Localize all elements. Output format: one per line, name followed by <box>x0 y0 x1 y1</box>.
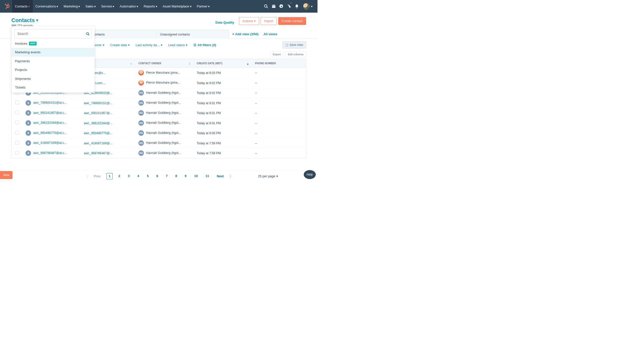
chevron-down-icon <box>208 5 210 8</box>
page-8[interactable]: 8 <box>173 173 179 180</box>
row-checkbox[interactable] <box>15 151 19 155</box>
row-checkbox[interactable] <box>15 101 19 104</box>
filter-last-activity-da-[interactable]: Last activity da... <box>136 43 162 47</box>
all-filters-button[interactable]: ☰All filters (0) <box>194 43 216 47</box>
owner-name: Hannah Goldberg (hgol... <box>146 111 181 114</box>
prev-button[interactable]: Prev <box>92 173 103 179</box>
page-1[interactable]: 1 <box>106 173 113 180</box>
filter-create-date[interactable]: Create date <box>110 43 130 47</box>
page-3[interactable]: 3 <box>126 173 132 180</box>
nav-item-partner[interactable]: Partner <box>194 0 213 13</box>
new-badge: NEW <box>29 42 37 46</box>
page-10[interactable]: 10 <box>192 173 200 180</box>
page-7[interactable]: 7 <box>164 173 169 180</box>
nav-item-asset-marketplace[interactable]: Asset Marketplace <box>160 0 194 13</box>
phone-number: -- <box>252 108 306 118</box>
owner-name: Pierce Masuhara (pma... <box>146 81 180 84</box>
export-button[interactable]: Export <box>270 51 283 57</box>
owner-avatar: HG <box>138 150 144 156</box>
contact-name-link[interactable]: awc_788600151@at.c... <box>33 101 67 104</box>
next-button[interactable]: Next <box>215 173 226 179</box>
row-checkbox[interactable] <box>15 111 19 114</box>
row-checkbox[interactable] <box>15 121 19 124</box>
create-date: Today at 8:01 PM <box>194 108 252 118</box>
actions-button[interactable]: Actions <box>239 17 259 25</box>
owner-avatar: HG <box>138 90 144 96</box>
column-phone[interactable]: PHONE NUMBER <box>252 59 306 68</box>
all-views-link[interactable]: All views <box>263 32 277 36</box>
beta-badge[interactable]: Beta <box>0 171 13 179</box>
contact-email-link[interactable]: awc_788600151@... <box>84 101 112 105</box>
contact-email-link[interactable]: awc_950241957@... <box>84 111 112 114</box>
nav-item-marketing[interactable]: Marketing <box>61 0 83 13</box>
column-owner[interactable]: CONTACT OWNER▲▼ <box>136 59 194 68</box>
edit-columns-button[interactable]: Edit columns <box>285 51 306 57</box>
marketplace-icon[interactable] <box>270 0 278 13</box>
data-quality-link[interactable]: Data Quality <box>216 20 234 24</box>
next-arrow-icon[interactable]: 〉 <box>229 174 233 179</box>
save-view-button[interactable]: ▢Save view <box>283 42 306 48</box>
nav-item-sales[interactable]: Sales <box>83 0 99 13</box>
tab-unassigned-contacts[interactable]: Unassigned contacts <box>156 30 229 38</box>
table-row: Aawc_419087169@at.c... awc_419087169@...… <box>12 138 306 148</box>
contact-email-link[interactable]: awc_950499775@... <box>84 131 112 135</box>
phone-number: -- <box>252 118 306 128</box>
create-date: Today at 8:03 PM <box>194 68 252 78</box>
contact-name-link[interactable]: awc_950499775@at.c... <box>33 131 67 134</box>
page-11[interactable]: 11 <box>204 173 211 180</box>
page-4[interactable]: 4 <box>136 173 141 180</box>
add-view-link[interactable]: +Add view (3/50) <box>232 32 258 36</box>
search-icon[interactable] <box>262 0 270 13</box>
page-5[interactable]: 5 <box>145 173 151 180</box>
filter-lead-status[interactable]: Lead status <box>168 43 188 47</box>
contact-name-link[interactable]: awc_419087169@at.c... <box>33 141 67 144</box>
nav-item-service[interactable]: Service <box>99 0 117 13</box>
owner-name: Hannah Goldberg (hgol... <box>146 121 181 124</box>
row-checkbox[interactable] <box>15 131 19 135</box>
page-title-dropdown[interactable]: Contacts <box>12 17 38 23</box>
table-row: Aawc_950241957@at.c... awc_950241957@...… <box>12 108 306 118</box>
chevron-down-icon <box>190 5 192 8</box>
contact-name-link[interactable]: awc_999786487@at.c... <box>33 151 67 154</box>
help-button[interactable]: Help <box>304 170 316 179</box>
dropdown-item-tickets[interactable]: Tickets <box>12 83 95 92</box>
import-button[interactable]: Import <box>261 17 277 25</box>
nav-item-conversations[interactable]: Conversations <box>33 0 61 13</box>
nav-item-reports[interactable]: Reports <box>141 0 160 13</box>
notifications-icon[interactable] <box>293 0 301 13</box>
contact-avatar: A <box>26 120 31 126</box>
dropdown-item-shipments[interactable]: Shipments <box>12 74 95 83</box>
chevron-down-icon <box>254 19 256 23</box>
contact-name-link[interactable]: awc_950241957@at.c... <box>33 111 67 114</box>
per-page-select[interactable]: 25 per page <box>258 174 278 178</box>
contact-email-link[interactable]: awc_396152344@... <box>84 121 112 125</box>
dropdown-item-marketing-events[interactable]: Marketing events <box>12 48 95 57</box>
page-2[interactable]: 2 <box>116 173 122 180</box>
dropdown-item-payments[interactable]: Payments <box>12 57 95 66</box>
column-create-date[interactable]: CREATE DATE (MDT)▲▼ <box>194 59 252 68</box>
page-6[interactable]: 6 <box>154 173 160 180</box>
chevron-down-icon <box>128 43 130 47</box>
create-contact-button[interactable]: Create contact <box>278 17 306 25</box>
owner-avatar: HG <box>138 100 144 106</box>
hubspot-logo[interactable] <box>3 0 12 13</box>
page-9[interactable]: 9 <box>183 173 189 180</box>
table-row: Aawc_396152344@at.c... awc_396152344@...… <box>12 118 306 128</box>
chevron-down-icon <box>94 5 96 8</box>
phone-number: -- <box>252 138 306 148</box>
dropdown-item-invoices[interactable]: InvoicesNEW <box>12 40 95 48</box>
account-menu[interactable] <box>301 3 313 10</box>
nav-item-automation[interactable]: Automation <box>117 0 141 13</box>
create-date: Today at 8:01 PM <box>194 118 252 128</box>
chevron-down-icon <box>276 174 278 178</box>
settings-icon[interactable] <box>278 0 285 13</box>
contact-email-link[interactable]: awc_999786487@... <box>84 151 112 155</box>
dropdown-item-projects[interactable]: Projects <box>12 66 95 74</box>
phone-number: -- <box>252 88 306 98</box>
dropdown-search-input[interactable] <box>15 29 92 38</box>
nav-item-contacts[interactable]: Contacts <box>12 0 33 13</box>
contact-name-link[interactable]: awc_396152344@at.c... <box>33 121 67 124</box>
row-checkbox[interactable] <box>15 141 19 144</box>
contact-email-link[interactable]: awc_419087169@... <box>84 141 112 145</box>
calling-icon[interactable] <box>285 0 293 13</box>
